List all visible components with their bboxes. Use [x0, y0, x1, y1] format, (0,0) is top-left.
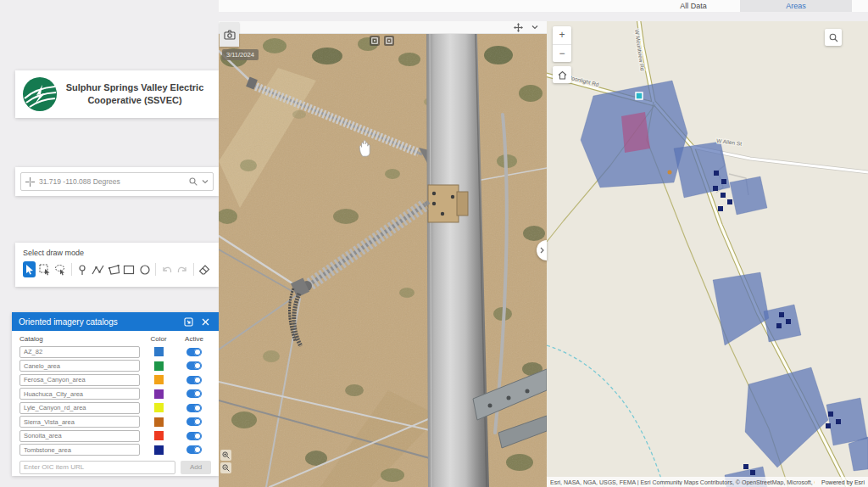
coordinate-input[interactable]: 31.719 -110.088 Degrees [20, 172, 214, 191]
catalog-color-swatch[interactable] [154, 417, 164, 427]
polyline-tool-button[interactable] [92, 261, 104, 277]
map-canvas[interactable]: W Mountview Rd W Moonlight Rd W Allen St [547, 21, 868, 487]
catalog-name-input[interactable] [19, 388, 140, 400]
dock-panel-icon[interactable] [182, 316, 195, 328]
catalog-name-input[interactable] [19, 444, 140, 456]
undo-button[interactable] [160, 261, 173, 277]
camera-button[interactable] [220, 22, 239, 47]
select-lasso-tool-button[interactable] [54, 261, 67, 277]
add-catalog-button[interactable]: Add [181, 461, 211, 474]
top-header: All Data Areas [219, 0, 868, 12]
viewer-zoom-controls [220, 450, 231, 473]
catalog-row [19, 373, 211, 386]
pointer-tool-button[interactable] [23, 261, 36, 277]
app-window: All Data Areas Sulphur Springs Valley El… [0, 0, 868, 487]
catalog-active-toggle[interactable] [186, 389, 202, 398]
select-rectangle-tool-button[interactable] [38, 261, 51, 277]
catalog-color-swatch[interactable] [154, 361, 164, 371]
tab-all-data[interactable]: All Data [647, 0, 740, 12]
catalog-row [19, 401, 211, 414]
viewer-toolbar [219, 21, 547, 34]
search-icon [829, 33, 838, 42]
chevron-right-icon [540, 247, 544, 254]
catalog-row [19, 345, 211, 358]
coordinate-card: 31.719 -110.088 Degrees [15, 167, 219, 196]
catalog-active-toggle[interactable] [186, 361, 202, 370]
map-zoom-in-button[interactable]: + [553, 26, 571, 44]
tab-areas[interactable]: Areas [740, 0, 852, 12]
catalog-active-toggle[interactable] [186, 432, 202, 440]
catalog-row [19, 429, 211, 442]
catalog-name-input[interactable] [19, 402, 140, 414]
camera-location-target-icon[interactable] [384, 36, 394, 46]
toolbar-divider [193, 263, 194, 276]
selected-camera-point [636, 92, 643, 99]
eraser-tool-button[interactable] [198, 261, 211, 277]
oriented-image[interactable] [219, 34, 547, 487]
map-zoom-control: + − [553, 26, 571, 62]
pan-move-icon[interactable] [514, 23, 523, 32]
catalog-active-toggle[interactable] [186, 376, 202, 384]
powered-by-text: Powered by Esri [821, 479, 865, 485]
catalog-column-headers: Catalog Color Active [19, 335, 211, 343]
rectangle-tool-button[interactable] [123, 261, 136, 277]
catalog-row [19, 416, 211, 428]
attribution-text: Esri, NASA, NGA, USGS, FEMA | Esri Commu… [550, 479, 815, 485]
catalog-color-swatch[interactable] [154, 389, 164, 399]
catalog-color-swatch[interactable] [154, 375, 164, 384]
map-home-button[interactable] [553, 66, 571, 83]
catalog-active-toggle[interactable] [186, 445, 202, 454]
chevron-down-icon[interactable] [202, 179, 209, 184]
catalog-name-input[interactable] [19, 374, 140, 386]
catalog-color-swatch[interactable] [154, 445, 164, 455]
catalog-name-input[interactable] [19, 360, 140, 372]
redo-button[interactable] [176, 261, 189, 277]
viewer-target-buttons [370, 36, 394, 46]
catalog-row [19, 388, 211, 400]
org-title: Sulphur Springs Valley Electric Cooperat… [58, 81, 212, 107]
catalog-rows [19, 345, 211, 456]
crosshair-icon [25, 177, 35, 187]
home-icon [558, 70, 567, 80]
toolbar-divider [155, 263, 156, 276]
draw-toolbar [23, 261, 211, 277]
draw-mode-label: Select draw mode [23, 249, 211, 257]
catalog-name-input[interactable] [19, 416, 140, 428]
catalog-row [19, 444, 211, 456]
catalog-active-toggle[interactable] [186, 417, 202, 426]
catalog-row [19, 360, 211, 372]
zoom-out-icon[interactable] [220, 462, 231, 473]
catalog-color-swatch[interactable] [154, 431, 164, 440]
map-panel: W Mountview Rd W Moonlight Rd W Allen St… [547, 21, 868, 487]
zoom-in-icon[interactable] [220, 450, 231, 461]
camera-icon [224, 30, 236, 40]
polygon-tool-button[interactable] [107, 261, 120, 277]
ssvec-logo-icon [22, 76, 58, 112]
oic-url-input[interactable] [19, 461, 175, 474]
catalog-color-swatch[interactable] [154, 347, 164, 356]
oriented-imagery-catalogs-panel: Oriented imagery catalogs Catalog Color … [12, 312, 219, 476]
map-search-button[interactable] [825, 29, 842, 46]
oriented-imagery-viewer: 3/11/2024 [219, 21, 547, 487]
search-icon[interactable] [189, 177, 198, 186]
org-card: Sulphur Springs Valley Electric Cooperat… [15, 70, 219, 118]
map-zoom-out-button[interactable]: − [553, 44, 571, 63]
collapse-chevron-icon[interactable] [531, 25, 538, 30]
close-panel-icon[interactable] [199, 316, 212, 328]
coordinate-value: 31.719 -110.088 Degrees [39, 177, 185, 186]
panel-body: Catalog Color Active [12, 331, 219, 480]
point-tool-button[interactable] [76, 261, 89, 277]
catalog-color-swatch[interactable] [154, 403, 164, 412]
toolbar-divider [71, 263, 72, 276]
panel-title: Oriented imagery catalogs [19, 317, 178, 327]
catalog-url-row: Add [19, 461, 211, 474]
draw-mode-card: Select draw mode [15, 243, 219, 287]
catalog-name-input[interactable] [19, 430, 140, 442]
footprint-target-icon[interactable] [370, 36, 380, 46]
catalog-active-toggle[interactable] [186, 404, 202, 412]
circle-tool-button[interactable] [138, 261, 151, 277]
image-date-badge: 3/11/2024 [222, 49, 259, 60]
panel-header: Oriented imagery catalogs [12, 312, 219, 331]
catalog-active-toggle[interactable] [186, 348, 202, 356]
catalog-name-input[interactable] [19, 346, 140, 358]
